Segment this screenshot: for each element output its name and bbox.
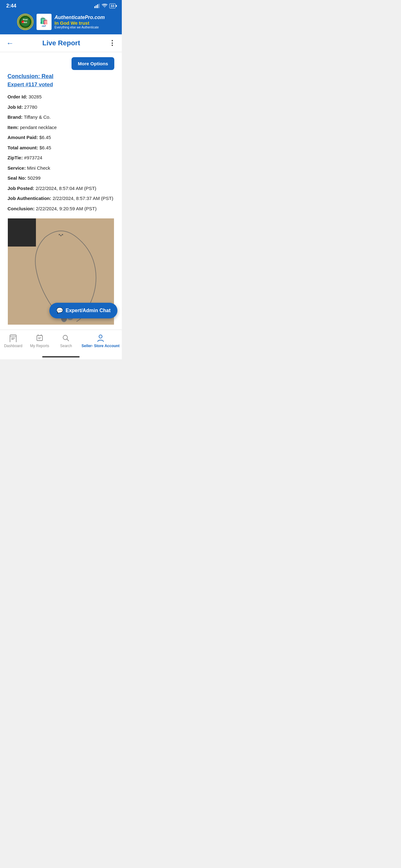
- main-content: More Options Conclusion: Real Expert #11…: [0, 52, 122, 330]
- search-icon: [62, 334, 70, 342]
- my-reports-label: My Reports: [30, 344, 49, 348]
- svg-line-26: [67, 339, 69, 341]
- svg-rect-21: [11, 339, 14, 340]
- svg-point-17: [59, 234, 60, 235]
- expert-chat-button[interactable]: 💬 Expert/Admin Chat: [49, 303, 118, 318]
- svg-rect-2: [97, 4, 98, 8]
- nav-item-dashboard[interactable]: Dashboard: [2, 334, 24, 348]
- more-options-button[interactable]: More Options: [71, 57, 114, 70]
- real-not-badge: Real R Not: [17, 14, 33, 30]
- wifi-icon: [102, 4, 107, 8]
- seller-store-icon: [96, 334, 105, 342]
- brand-name: AuthenticatePro.com: [55, 15, 105, 20]
- detail-row-10: Job Authentication: 2/22/2024, 8:57:37 A…: [7, 195, 114, 202]
- brand-sub: Everything else we Authenticate: [55, 26, 105, 29]
- back-button[interactable]: ←: [6, 39, 14, 48]
- battery-icon: 33: [109, 3, 115, 8]
- detail-row-11: Conclusion: 2/22/2024, 9:20:59 AM (PST): [7, 205, 114, 213]
- search-label: Search: [60, 344, 72, 348]
- svg-rect-3: [98, 4, 99, 8]
- svg-rect-18: [10, 335, 16, 342]
- dashboard-icon: [9, 334, 18, 342]
- detail-row-4: Amount Paid: $6.45: [7, 134, 114, 141]
- expert-voted: Expert #117 voted: [7, 82, 114, 88]
- seller-store-label: Seller- Store Account: [81, 344, 120, 348]
- svg-rect-1: [96, 5, 97, 8]
- brand-logo: Real R Not 🛍️ #AP AuthenticatePro.com In…: [17, 14, 105, 30]
- status-time: 2:44: [6, 3, 16, 9]
- detail-row-5: Total amount: $6.45: [7, 144, 114, 152]
- signal-icon: [94, 4, 100, 8]
- svg-rect-24: [38, 339, 40, 339]
- svg-text:R: R: [22, 22, 23, 23]
- detail-row-8: Seal No: 50299: [7, 175, 114, 182]
- nav-item-search[interactable]: Search: [55, 334, 77, 348]
- svg-rect-12: [8, 218, 36, 247]
- nav-bar: ← Live Report ⋮: [0, 34, 122, 52]
- page-title: Live Report: [14, 39, 109, 47]
- product-image-container: 💬 Expert/Admin Chat: [7, 218, 114, 324]
- svg-point-15: [60, 235, 62, 236]
- home-bar: [42, 356, 80, 358]
- svg-rect-22: [37, 336, 42, 341]
- svg-text:Real: Real: [23, 19, 28, 21]
- svg-rect-0: [94, 6, 95, 8]
- detail-row-6: ZipTie: #973724: [7, 154, 114, 161]
- header-row: More Options: [7, 57, 114, 73]
- detail-row-0: Order Id: 30285: [7, 93, 114, 101]
- detail-row-9: Job Posted: 2/22/2024, 8:57:04 AM (PST): [7, 185, 114, 192]
- nav-item-seller-store[interactable]: Seller- Store Account: [81, 334, 120, 348]
- chat-icon: 💬: [56, 307, 63, 314]
- detail-row-1: Job Id: 27780: [7, 104, 114, 111]
- chat-button-label: Expert/Admin Chat: [66, 308, 110, 313]
- brand-header: Real R Not 🛍️ #AP AuthenticatePro.com In…: [0, 11, 122, 34]
- bag-logo: 🛍️ #AP: [37, 14, 52, 30]
- detail-row-3: Item: pendant necklace: [7, 124, 114, 131]
- bottom-nav: Dashboard My Reports Search: [0, 330, 122, 354]
- detail-rows: Order Id: 30285Job Id: 27780Brand: Tiffa…: [7, 93, 114, 212]
- svg-rect-23: [38, 337, 41, 338]
- dashboard-label: Dashboard: [4, 344, 23, 348]
- home-indicator: [0, 354, 122, 359]
- status-bar: 2:44 33: [0, 0, 122, 11]
- detail-row-7: Service: Mini Check: [7, 165, 114, 172]
- status-icons: 33: [94, 3, 115, 8]
- brand-text: AuthenticatePro.com In God We trust Ever…: [55, 15, 105, 29]
- brand-slogan: In God We trust: [55, 20, 105, 26]
- my-reports-icon: [35, 334, 44, 342]
- svg-rect-20: [11, 338, 15, 338]
- conclusion-real: Conclusion: Real: [7, 73, 114, 80]
- detail-row-2: Brand: Tiffany & Co.: [7, 114, 114, 121]
- svg-point-27: [99, 335, 102, 338]
- nav-item-my-reports[interactable]: My Reports: [29, 334, 51, 348]
- svg-text:Not: Not: [24, 21, 27, 24]
- more-options-nav-button[interactable]: ⋮: [109, 39, 115, 47]
- svg-point-16: [62, 234, 63, 235]
